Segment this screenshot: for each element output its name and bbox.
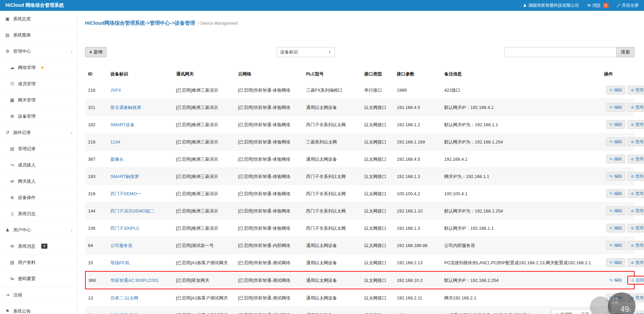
device-interface-param: 100.100.4.2: [394, 185, 442, 202]
device-name-link[interactable]: 昆仑通泰触摸屏: [110, 105, 141, 110]
device-gateway: [已启用]株洲三菱演示: [173, 133, 235, 151]
sidebar-item-user-profile[interactable]: ▤用户资料: [0, 254, 77, 271]
sidebar-item-user-center[interactable]: ♟用户中心›: [0, 222, 77, 238]
app-title-rest: 网络综合管理系统: [24, 2, 64, 8]
edit-button[interactable]: ✎编辑: [606, 137, 625, 146]
device-cloud-network: [已启用]华辰智通-测试网络: [235, 271, 303, 289]
disable-button[interactable]: ⊘禁用: [627, 189, 644, 198]
sidebar-item-admin-center[interactable]: ⚙管理中心›: [0, 43, 77, 60]
search-button[interactable]: 搜索: [616, 47, 635, 57]
edit-button[interactable]: ✎编辑: [606, 120, 625, 129]
add-device-button[interactable]: + 新增: [85, 47, 107, 57]
sidebar-item-system-logs[interactable]: ▯系统日志: [0, 206, 77, 222]
edit-button[interactable]: ✎编辑: [606, 86, 625, 94]
device-note: 公司内部服务器: [442, 237, 601, 254]
device-name-cell: 智能仪表-串口: [108, 307, 173, 314]
device-name-cell: 1234: [108, 133, 173, 151]
device-name-link[interactable]: 1234: [110, 139, 120, 144]
device-gateway: [已启用]株洲三菱演示: [173, 168, 235, 185]
sidebar-item-logout[interactable]: ⇥注销: [0, 287, 77, 303]
device-name-link[interactable]: 现场PC机: [110, 260, 130, 265]
device-name-link[interactable]: SMART触摸屏: [110, 174, 139, 179]
device-name-link[interactable]: 公司服务器: [110, 243, 132, 248]
idcard-icon: ▤: [9, 260, 15, 265]
sidebar-item-member-mgmt[interactable]: ☷成员管理: [0, 76, 77, 92]
disable-button[interactable]: ⊘禁用: [627, 137, 644, 146]
sidebar-item-system-overview[interactable]: ▣系统总览: [0, 11, 77, 27]
edit-button[interactable]: ✎编辑: [606, 103, 625, 112]
download-button[interactable]: ↓ 下载: [578, 312, 589, 314]
edit-button[interactable]: ✎编辑: [606, 258, 625, 267]
device-plc-model: 三菱系列以太网: [303, 133, 362, 151]
disable-button[interactable]: ⊘禁用: [627, 155, 644, 163]
disable-button[interactable]: ⊘禁用: [627, 224, 644, 232]
edit-button[interactable]: ✎编辑: [606, 172, 625, 181]
device-name-link[interactable]: 西门子300PLC: [110, 226, 139, 231]
download-label: 下载: [581, 312, 589, 314]
device-filter-select[interactable]: 设备标识 ▼: [277, 47, 335, 57]
table-row: 316西门子DEMO一[已启用]株洲三菱演示[已启用]华辰智通-体验网络西门子全…: [85, 185, 634, 202]
device-name-link[interactable]: 华辰智通AC 500PLC001: [110, 278, 158, 283]
disable-button[interactable]: ⊘禁用: [627, 86, 644, 94]
sidebar-item-system-charts[interactable]: ▤系统图表: [0, 27, 77, 43]
search-input[interactable]: [505, 47, 616, 57]
sidebar-item-network-mgmt[interactable]: ☁网络管理★: [0, 60, 77, 76]
disable-button[interactable]: ⊘禁用: [627, 120, 644, 129]
sidebar-item-system-announcement[interactable]: ⚑系统公告: [0, 303, 77, 314]
chevron-right-icon: ›: [71, 130, 72, 135]
device-name-link[interactable]: 西门子DEMO一: [110, 191, 141, 196]
disable-button[interactable]: ⊘禁用: [627, 103, 644, 112]
quality-button[interactable]: ◉ 超清晰: [556, 312, 573, 314]
device-name-link[interactable]: 西门子演示DEMO箱二: [110, 208, 154, 214]
edit-button[interactable]: ✎编辑: [606, 206, 625, 215]
ban-icon: ⊘: [631, 243, 634, 248]
sidebar-item-label: 用户中心: [13, 227, 31, 233]
sidebar-item-operation-records[interactable]: ↺操作记录›: [0, 125, 77, 141]
disable-button[interactable]: ⊘禁用: [627, 172, 644, 181]
device-name-cell: 现场PC机: [108, 254, 173, 272]
sidebar-item-member-access[interactable]: ↪成员接入: [0, 157, 77, 173]
edit-button[interactable]: ✎编辑: [606, 155, 625, 163]
company-menu[interactable]: ♟ 湖南华辰智通科技有限公司: [523, 3, 579, 8]
device-cloud-network: [已启用]华辰智通-体验网络: [235, 133, 303, 151]
device-plc-model: 通用以太网设备: [303, 289, 362, 307]
company-name: 湖南华辰智通科技有限公司: [528, 3, 579, 8]
sidebar-item-device-operations[interactable]: ⊕设备操作: [0, 189, 77, 206]
device-name-link[interactable]: JXFX: [110, 88, 121, 93]
disable-button[interactable]: ⊘禁用: [627, 206, 644, 215]
device-name-link[interactable]: 仪表二-以太网: [110, 295, 138, 300]
device-note: 192.168.4.1: [442, 151, 601, 168]
edit-button[interactable]: ✎编辑: [606, 224, 625, 232]
device-name-link[interactable]: SMART设备: [110, 122, 134, 127]
table-row: 321昆仑通泰触摸屏[已启用]株洲三菱演示[已启用]华辰智通-体验网络通用以太网…: [85, 99, 634, 116]
sidebar-item-device-mgmt[interactable]: ⊞设备管理: [0, 108, 77, 125]
enable-button[interactable]: ⊙启用: [627, 276, 644, 285]
fullscreen-button[interactable]: ⤢ 开启全屏: [617, 3, 639, 8]
ban-icon: ⊘: [631, 209, 634, 213]
edit-button[interactable]: ✎编辑: [606, 189, 625, 198]
edit-button[interactable]: ✎编辑: [606, 276, 625, 285]
sidebar-item-gateway-access[interactable]: ⇄网关接入: [0, 173, 77, 189]
device-interface-type: 以太网接口: [362, 220, 394, 237]
sidebar-item-label: 设备操作: [18, 195, 36, 200]
sidebar-item-password-reset[interactable]: ⇆密码重置: [0, 271, 77, 287]
messages-menu[interactable]: ✉ 消息 0: [587, 3, 608, 8]
ban-icon: ⊘: [631, 122, 634, 127]
edit-button[interactable]: ✎编辑: [606, 241, 625, 250]
sidebar-item-system-messages[interactable]: ✉系统消息0: [0, 238, 77, 254]
logout-icon: ⇥: [5, 292, 10, 298]
device-gateway: [已启用]研发网关: [173, 271, 235, 289]
ban-icon: ⊘: [631, 192, 634, 196]
sidebar-item-admin-records[interactable]: ▤管理记录: [0, 141, 77, 157]
device-interface-type: 以太网接口: [362, 116, 394, 133]
cloud-icon: ☁: [9, 65, 15, 70]
device-interface-type: 串行接口: [362, 82, 394, 99]
sidebar-item-gateway-mgmt[interactable]: ▦网关管理: [0, 92, 77, 108]
device-name-link[interactable]: 摄像头: [110, 157, 124, 162]
disable-button[interactable]: ⊘禁用: [627, 258, 644, 267]
search-group: 搜索: [505, 47, 635, 57]
disable-button[interactable]: ⊘禁用: [627, 241, 644, 250]
device-name-link[interactable]: 智能仪表-串口: [110, 313, 138, 314]
column-header: 接口参数: [394, 66, 442, 82]
sidebar-menu: ▣系统总览▤系统图表⚙管理中心›☁网络管理★☷成员管理▦网关管理⊞设备管理↺操作…: [0, 11, 77, 314]
